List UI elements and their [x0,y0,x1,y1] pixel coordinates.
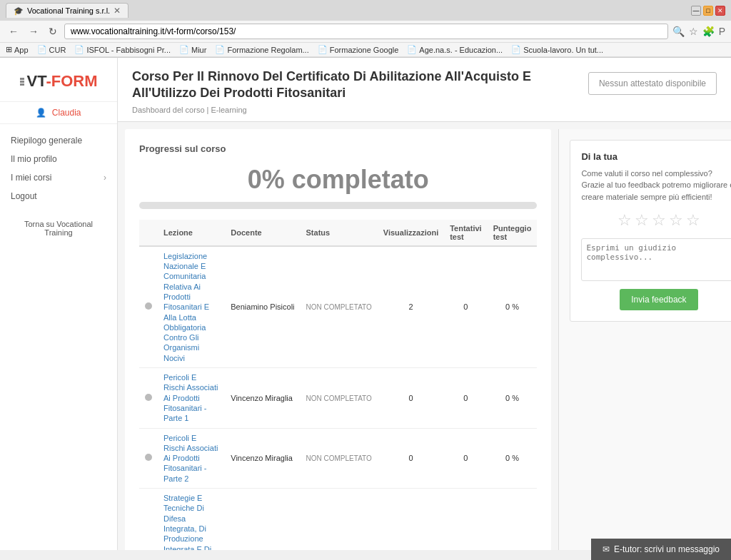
extensions-icon[interactable]: 🧩 [702,26,715,37]
close-button[interactable]: ✕ [715,6,725,16]
bookmark-formazione[interactable]: 📄 Formazione Regolam... [215,45,308,54]
col-header-lezione [139,220,158,246]
col-header-docente: Docente [225,220,300,246]
col-header-lezione-title: Lezione [158,220,225,246]
lesson-status-text-cell: NON COMPLETATO [301,489,378,550]
lesson-status-cell [139,368,158,428]
breadcrumb-dashboard[interactable]: Dashboard del corso [132,106,205,114]
lesson-title-cell: Legislazione Nazionale E Comunitaria Rel… [158,246,225,368]
lesson-score-cell: 0 % [488,428,538,488]
lesson-attempts-cell: 0 [444,428,487,488]
minimize-button[interactable]: — [691,6,701,16]
bookmark-cur[interactable]: 📄 CUR [37,45,66,54]
bookmark-scuola[interactable]: 📄 Scuola-lavoro. Un tut... [511,45,603,54]
breadcrumb-elearning[interactable]: E-learning [211,106,247,114]
lesson-attempts-cell: 0 [444,489,487,550]
star-2[interactable]: ☆ [635,211,649,230]
sidebar-item-profilo[interactable]: Il mio profilo [0,150,117,168]
user-name: Claudia [52,108,81,118]
bottom-chat-bar[interactable]: ✉ E-tutor: scrivi un messaggio [591,539,731,550]
lesson-link[interactable]: Pericoli E Rischi Associati Ai Prodotti … [163,434,218,483]
content-with-panel: Progressi sul corso 0% completato Lezion… [125,129,724,550]
logo-text: VT-FORM [27,72,98,91]
status-text: NON COMPLETATO [306,303,372,311]
nav-bar: ← → ↻ 🔍 ☆ 🧩 P [0,21,731,43]
lesson-score-cell: 0 % [488,368,538,428]
forward-button[interactable]: → [26,24,41,39]
main-panel: Progressi sul corso 0% completato Lezion… [125,129,551,550]
doc-icon: 📄 [37,45,47,54]
attestato-button[interactable]: Nessun attestato disponibile [588,72,717,95]
course-header-left: Corso Per Il Rinnovo Del Certificato Di … [132,68,560,114]
status-dot [145,454,152,461]
status-dot [145,302,152,310]
lesson-score-cell: 0 % [488,489,538,550]
refresh-button[interactable]: ↻ [46,24,60,39]
lesson-title-cell: Strategie E Tecniche Di Difesa Integrata… [158,489,225,550]
bookmark-isfol[interactable]: 📄 ISFOL - Fabbisogni Pr... [74,45,171,54]
lesson-views-cell: 0 [378,428,444,488]
lesson-status-text-cell: NON COMPLETATO [301,246,378,368]
lesson-title-cell: Pericoli E Rischi Associati Ai Prodotti … [158,368,225,428]
lesson-status-text-cell: NON COMPLETATO [301,428,378,488]
browser-chrome: 🎓 Vocational Training s.r.l. ✕ — □ ✕ ← →… [0,0,731,58]
bookmark-miur[interactable]: 📄 Miur [179,45,206,54]
lessons-tbody: Legislazione Nazionale E Comunitaria Rel… [139,246,537,550]
col-header-views: Visualizzazioni [378,220,444,246]
lesson-link[interactable]: Strategie E Tecniche Di Difesa Integrata… [163,494,218,550]
sidebar-vocational-link[interactable]: Torna su Vocational Training [0,213,117,244]
star-1[interactable]: ☆ [617,211,632,230]
lesson-link[interactable]: Pericoli E Rischi Associati Ai Prodotti … [163,373,218,422]
apps-icon: ⊞ [6,45,12,54]
star-bookmark-icon[interactable]: ☆ [689,26,698,37]
lesson-docente-cell: Vincenzo Miraglia [225,368,300,428]
star-3[interactable]: ☆ [652,211,666,230]
sidebar-item-profilo-label: Il mio profilo [11,154,57,164]
lessons-table: Lezione Docente Status Visualizzazioni T… [139,220,537,550]
doc-icon-7: 📄 [511,45,521,54]
sidebar-nav: Riepilogo generale Il mio profilo I miei… [0,124,117,213]
star-4[interactable]: ☆ [669,211,683,230]
feedback-button[interactable]: Invia feedback [620,289,697,310]
maximize-button[interactable]: □ [703,6,713,16]
lesson-title-cell: Pericoli E Rischi Associati Ai Prodotti … [158,428,225,488]
bookmark-miur-label: Miur [191,46,206,54]
sidebar-item-logout[interactable]: Logout [0,187,117,205]
doc-icon-3: 📄 [179,45,189,54]
logo-area: VT-FORM [0,65,117,102]
status-text: NON COMPLETATO [306,394,372,402]
lesson-views-cell: 2 [378,246,444,368]
bookmark-formazione-google[interactable]: 📄 Formazione Google [318,45,399,54]
lesson-link[interactable]: Legislazione Nazionale E Comunitaria Rel… [163,252,209,362]
rating-desc-line1: Come valuti il corso nel complessivo? [581,168,731,180]
lesson-score-cell: 0 % [488,246,538,368]
sidebar-item-riepilogo[interactable]: Riepilogo generale [0,131,117,150]
search-icon[interactable]: 🔍 [672,26,685,37]
feedback-textarea[interactable] [581,238,731,281]
bookmark-agenas[interactable]: 📄 Age.na.s. - Educazion... [407,45,503,54]
star-5[interactable]: ☆ [686,211,700,230]
table-row: Legislazione Nazionale E Comunitaria Rel… [139,246,537,368]
stars-row: ☆ ☆ ☆ ☆ ☆ [581,211,731,230]
tab-close-button[interactable]: ✕ [114,6,121,16]
bookmark-agenas-label: Age.na.s. - Educazion... [419,46,503,54]
browser-tab[interactable]: 🎓 Vocational Training s.r.l. ✕ [6,3,128,18]
table-header: Lezione Docente Status Visualizzazioni T… [139,220,537,246]
bookmark-app[interactable]: ⊞ App [6,45,29,54]
rating-desc: Come valuti il corso nel complessivo? Gr… [581,168,731,203]
back-button[interactable]: ← [6,24,21,39]
lesson-docente-cell: Vincenzo Miraglia [225,428,300,488]
lesson-docente-cell: Beniamino Pisicoli [225,246,300,368]
lesson-docente-cell: Vincenzo Miraglia [225,489,300,550]
user-info: 👤 Claudia [0,102,117,124]
lesson-attempts-cell: 0 [444,368,487,428]
address-bar[interactable] [64,24,668,39]
breadcrumb: Dashboard del corso | E-learning [132,106,560,114]
pinterest-icon[interactable]: P [719,26,725,37]
window-controls: — □ ✕ [691,6,725,16]
rating-desc-line2: Grazie al tuo feedback potremo migliorar… [581,179,731,203]
course-header: Corso Per Il Rinnovo Del Certificato Di … [118,58,731,122]
doc-icon-5: 📄 [318,45,328,54]
sidebar-item-corsi[interactable]: I miei corsi › [0,168,117,187]
bookmark-formazione-label: Formazione Regolam... [227,46,308,54]
